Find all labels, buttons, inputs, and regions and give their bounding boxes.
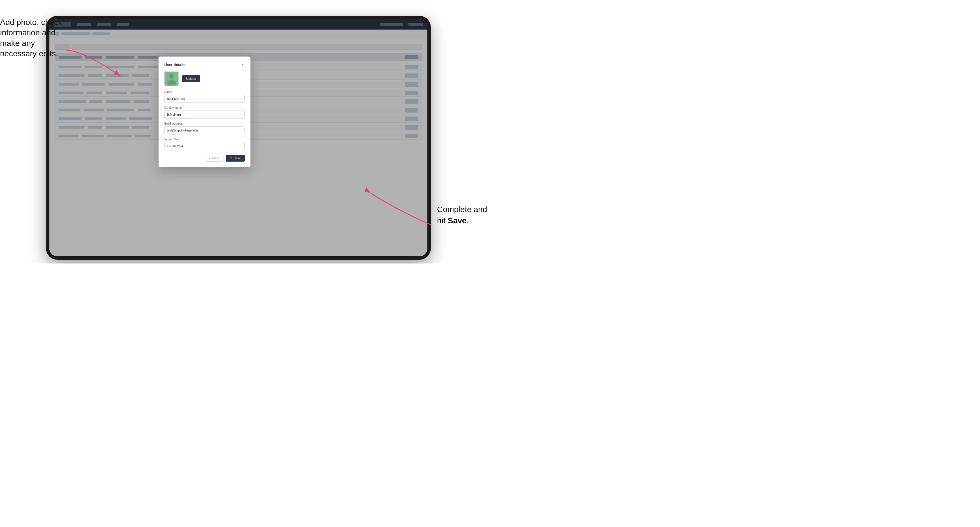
upload-button[interactable]: Upload: [182, 75, 200, 82]
modal-footer: Cancel ⬆ Save: [164, 155, 245, 162]
email-label: Email address: [164, 122, 245, 125]
select-controls: × ⌄: [237, 144, 243, 148]
email-field-group: Email address: [164, 122, 245, 134]
school-year-input[interactable]: [164, 142, 245, 150]
name-field-group: Name: [164, 90, 245, 103]
avatar-image: [165, 72, 178, 86]
avatar: [164, 71, 179, 86]
display-name-label: Display name: [164, 106, 245, 110]
modal-dialog: User details × Uploa: [159, 57, 250, 167]
save-button[interactable]: ⬆ Save: [226, 155, 245, 162]
annotation-left: Add photo, check information and make an…: [0, 17, 66, 59]
tablet-frame: User details × Uploa: [46, 16, 431, 260]
name-input[interactable]: [164, 95, 245, 103]
tablet-screen: User details × Uploa: [49, 19, 427, 256]
avatar-section: Upload: [164, 71, 245, 86]
modal-overlay: User details × Uploa: [49, 19, 427, 256]
modal-title-row: User details ×: [164, 62, 245, 67]
school-year-select-wrapper: × ⌄: [164, 142, 245, 150]
display-name-input[interactable]: [164, 111, 245, 119]
modal-title: User details: [164, 63, 186, 67]
name-label: Name: [164, 90, 245, 94]
school-year-field-group: School Year × ⌄: [164, 138, 245, 150]
chevron-down-icon[interactable]: ⌄: [241, 144, 243, 148]
app-background: User details × Uploa: [49, 19, 427, 256]
save-icon: ⬆: [230, 157, 232, 160]
annotation-right: Complete and hit Save.: [437, 204, 487, 226]
cancel-button[interactable]: Cancel: [205, 155, 223, 162]
svg-point-3: [169, 74, 173, 79]
display-name-field-group: Display name: [164, 106, 245, 119]
email-input[interactable]: [164, 126, 245, 134]
school-year-label: School Year: [164, 138, 245, 141]
select-clear-icon[interactable]: ×: [237, 144, 240, 148]
close-icon[interactable]: ×: [240, 62, 245, 67]
